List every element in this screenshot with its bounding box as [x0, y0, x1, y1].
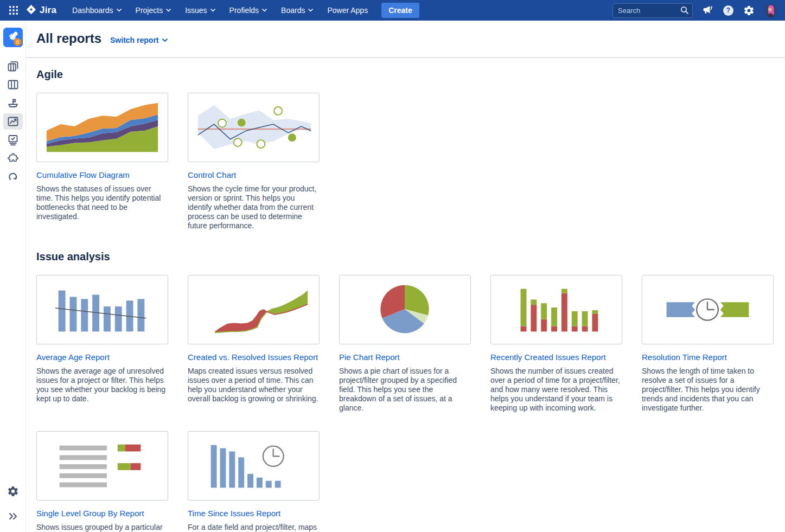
pie-chart-graphic: [340, 275, 470, 344]
report-card-control-chart: Control Chart Shows the cycle time for y…: [188, 93, 320, 230]
report-title-link[interactable]: Recently Created Issues Report: [490, 352, 622, 362]
chevron-down-icon: [162, 39, 168, 42]
user-avatar[interactable]: [764, 4, 777, 17]
report-title-link[interactable]: Cumulative Flow Diagram: [36, 170, 168, 180]
switch-report-dropdown[interactable]: Switch report: [110, 36, 167, 44]
header-divider: [26, 57, 785, 58]
report-card-average-age: Average Age Report Shows the average age…: [36, 275, 168, 413]
report-card-created-vs-resolved: Created vs. Resolved Issues Report Maps …: [188, 275, 320, 413]
report-title-link[interactable]: Control Chart: [188, 170, 320, 180]
app-switcher-icon[interactable]: [7, 4, 20, 17]
report-card-time-since: Time Since Issues Report For a date fiel…: [188, 431, 320, 532]
report-card-cumulative-flow: Cumulative Flow Diagram Shows the status…: [36, 93, 168, 230]
control-chart-thumbnail[interactable]: [188, 93, 320, 162]
create-button[interactable]: Create: [381, 3, 419, 18]
time-since-thumbnail[interactable]: [188, 431, 320, 501]
report-title-link[interactable]: Time Since Issues Report: [188, 509, 320, 518]
report-description: Shows the cycle time for your product, v…: [188, 184, 320, 230]
created-vs-resolved-thumbnail[interactable]: [188, 275, 320, 344]
sidebar-item-reports[interactable]: [3, 113, 23, 130]
report-description: Maps created issues versus resolved issu…: [188, 367, 320, 403]
average-age-thumbnail[interactable]: [36, 275, 168, 344]
report-description: Shows the average age of unresolved issu…: [36, 367, 168, 403]
search-box: [612, 3, 693, 18]
report-title-link[interactable]: Single Level Group By Report: [36, 509, 168, 518]
stacked-area-chart-graphic: [37, 93, 168, 162]
sidebar-item-addons[interactable]: [3, 150, 23, 166]
descending-bars-clock-graphic: [188, 432, 319, 500]
project-avatar[interactable]: ⟨⟩: [3, 28, 23, 47]
control-chart-graphic: [188, 93, 319, 162]
chevron-down-icon: [210, 9, 215, 12]
backlog-icon: [7, 60, 20, 73]
double-chevron-right-icon: [8, 512, 18, 520]
main-content: All reports Switch report Agile Cumulati…: [26, 21, 785, 532]
report-title-link[interactable]: Average Age Report: [36, 352, 168, 362]
report-description: Shows the number of issues created over …: [490, 367, 622, 413]
sidebar-settings[interactable]: [3, 483, 23, 499]
report-title-link[interactable]: Created vs. Resolved Issues Report: [188, 352, 320, 362]
top-navbar: Jira Dashboards Projects Issues Profield…: [0, 0, 785, 21]
jira-logo-text: Jira: [40, 5, 56, 16]
pie-chart-thumbnail[interactable]: [339, 275, 471, 344]
settings-gear-icon[interactable]: [743, 4, 755, 16]
section-agile: Agile Cumulative Flow Diagram Shows the …: [26, 68, 785, 230]
nav-menu-profields[interactable]: Profields: [222, 0, 274, 21]
report-card-pie-chart: Pie Chart Report Shows a pie chart of is…: [339, 275, 471, 413]
report-title-link[interactable]: Resolution Time Report: [642, 352, 774, 362]
jira-logo-icon: [25, 4, 37, 17]
sidebar-expand-toggle[interactable]: [3, 508, 23, 524]
help-icon[interactable]: ?: [723, 5, 733, 16]
sidebar-item-deployments[interactable]: [3, 132, 23, 148]
loop-app-icon: [7, 170, 20, 183]
single-level-group-by-thumbnail[interactable]: [36, 431, 168, 501]
section-title: Issue analysis: [36, 251, 785, 263]
report-title-link[interactable]: Pie Chart Report: [339, 352, 471, 362]
recently-created-thumbnail[interactable]: [490, 275, 622, 344]
crossing-areas-graphic: [188, 275, 319, 344]
report-description: Shows the length of time taken to resolv…: [642, 367, 774, 413]
page-header: All reports Switch report: [26, 21, 785, 46]
nav-menu-dashboards[interactable]: Dashboards: [65, 0, 129, 21]
grouped-list-graphic: [37, 432, 168, 500]
sidebar-item-board[interactable]: [3, 76, 23, 93]
ship-icon: [7, 97, 20, 110]
sidebar-item-releases[interactable]: [3, 95, 23, 111]
section-issue-analysis: Issue analysis Average Age Report: [26, 251, 785, 532]
resolution-time-thumbnail[interactable]: [642, 275, 774, 344]
chevron-down-icon: [117, 9, 122, 12]
announcements-megaphone-icon[interactable]: [702, 4, 714, 16]
bar-trend-graphic: [37, 275, 168, 344]
report-card-single-level-group-by: Single Level Group By Report Shows issue…: [36, 431, 168, 532]
nav-menu-power-apps[interactable]: Power Apps: [320, 0, 375, 21]
report-description: Shows the statuses of issues over time. …: [36, 184, 168, 221]
report-description: Shows a pie chart of issues for a projec…: [339, 367, 471, 413]
ribbons-clock-graphic: [642, 275, 773, 344]
jira-logo[interactable]: Jira: [25, 4, 56, 17]
sidebar-item-backlog[interactable]: [3, 58, 23, 74]
nav-menu-boards[interactable]: Boards: [274, 0, 320, 21]
svg-text:⟨⟩: ⟨⟩: [16, 40, 19, 44]
report-card-recently-created: Recently Created Issues Report Shows the…: [490, 275, 622, 413]
nav-menu-projects[interactable]: Projects: [129, 0, 178, 21]
project-sidebar: ⟨⟩: [0, 21, 26, 532]
report-card-resolution-time: Resolution Time Report Shows the length …: [642, 275, 774, 413]
nav-menu-issues[interactable]: Issues: [178, 0, 222, 21]
chevron-down-icon: [262, 9, 267, 12]
report-description: Shows issues grouped by a particular: [36, 523, 168, 532]
section-title: Agile: [36, 68, 785, 81]
sidebar-item-app-shortcut[interactable]: [3, 169, 23, 185]
cumulative-flow-thumbnail[interactable]: [36, 93, 168, 162]
stacked-bars-graphic: [491, 275, 622, 344]
search-icon: [680, 6, 689, 17]
board-columns-icon: [7, 78, 20, 91]
report-description: For a date field and project/filter, map…: [188, 523, 320, 532]
puzzle-piece-icon: [7, 152, 20, 165]
page-title: All reports: [36, 31, 101, 46]
reports-chart-icon: [7, 115, 20, 128]
gear-icon: [7, 485, 19, 497]
chevron-down-icon: [166, 9, 171, 12]
monitor-check-icon: [7, 133, 20, 146]
chevron-down-icon: [308, 9, 313, 12]
